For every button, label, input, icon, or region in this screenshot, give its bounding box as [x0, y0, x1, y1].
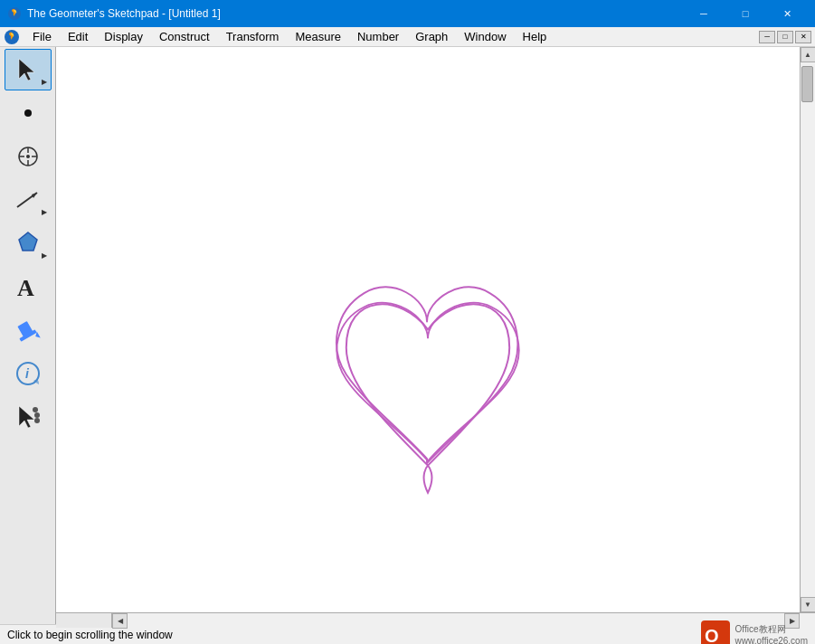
menu-graph[interactable]: Graph — [408, 27, 455, 47]
watermark-icon: O — [701, 620, 730, 645]
title-bar-left: The Geometer's Sketchpad - [Untitled 1] — [7, 6, 221, 21]
close-button[interactable]: ✕ — [766, 0, 808, 27]
menu-measure[interactable]: Measure — [288, 27, 348, 47]
compass-tool[interactable] — [5, 136, 52, 177]
text-icon: A — [14, 272, 43, 301]
scroll-up-button[interactable]: ▲ — [801, 47, 816, 62]
drawing-canvas[interactable] — [56, 47, 800, 612]
scroll-track-horizontal[interactable] — [128, 613, 784, 629]
watermark-text: Office教程网 www.office26.com — [735, 623, 808, 645]
select-sub-arrow: ▶ — [42, 78, 47, 86]
status-message: Click to begin scrolling the window — [7, 629, 173, 641]
info-tool[interactable]: i — [5, 353, 52, 394]
scroll-track-vertical[interactable] — [801, 62, 815, 597]
title-bar-title: The Geometer's Sketchpad - [Untitled 1] — [27, 7, 221, 20]
title-bar-controls: ─ □ ✕ — [683, 0, 808, 27]
toolbar: ▶ ▶ — [0, 47, 56, 624]
info-icon: i — [14, 359, 43, 388]
menu-close-btn[interactable]: ✕ — [795, 31, 811, 43]
svg-point-3 — [24, 109, 32, 117]
menu-window[interactable]: Window — [457, 27, 513, 47]
text-tool[interactable]: A — [5, 266, 52, 308]
watermark-line1: Office教程网 — [735, 623, 808, 635]
compass-icon — [14, 142, 43, 171]
polygon-icon — [14, 229, 43, 258]
svg-text:O: O — [705, 626, 719, 645]
svg-point-6 — [26, 155, 30, 158]
minimize-button[interactable]: ─ — [683, 0, 725, 27]
title-bar: The Geometer's Sketchpad - [Untitled 1] … — [0, 0, 815, 27]
line-sub-arrow: ▶ — [42, 208, 47, 216]
menu-construct[interactable]: Construct — [152, 27, 217, 47]
menu-minimize-btn[interactable]: ─ — [759, 31, 775, 43]
line-icon — [14, 185, 43, 214]
svg-point-20 — [33, 407, 38, 412]
svg-marker-2 — [19, 59, 34, 80]
menu-bar: File Edit Display Construct Transform Me… — [0, 27, 815, 47]
menu-display[interactable]: Display — [97, 27, 150, 47]
svg-marker-19 — [19, 406, 34, 428]
heart-canvas — [56, 47, 800, 612]
point-icon — [14, 99, 43, 128]
polygon-tool[interactable]: ▶ — [5, 223, 52, 264]
menu-help[interactable]: Help — [516, 27, 554, 47]
menu-app-icon — [4, 29, 20, 45]
main-container: ▶ ▶ — [0, 47, 815, 624]
scroll-down-button[interactable]: ▼ — [801, 597, 816, 612]
svg-marker-11 — [32, 193, 37, 198]
menu-edit[interactable]: Edit — [61, 27, 95, 47]
svg-text:A: A — [17, 275, 34, 301]
svg-text:i: i — [25, 366, 30, 381]
menu-restore-btn[interactable]: □ — [777, 31, 793, 43]
select-tool[interactable]: ▶ — [5, 49, 52, 90]
custom-icon — [14, 402, 43, 431]
vertical-scrollbar: ▲ ▼ — [800, 47, 815, 612]
line-tool[interactable]: ▶ — [5, 179, 52, 221]
menu-transform[interactable]: Transform — [219, 27, 287, 47]
menu-file[interactable]: File — [25, 27, 59, 47]
point-tool[interactable] — [5, 92, 52, 134]
scroll-left-button[interactable]: ◀ — [112, 613, 128, 629]
svg-marker-12 — [19, 232, 37, 251]
app-icon — [7, 6, 22, 21]
select-icon — [14, 55, 43, 84]
marker-tool[interactable] — [5, 309, 52, 351]
watermark-line2: www.office26.com — [735, 635, 808, 645]
maximize-button[interactable]: □ — [725, 0, 766, 27]
custom-tool[interactable] — [5, 396, 52, 438]
scroll-thumb-vertical[interactable] — [801, 66, 813, 102]
watermark: O Office教程网 www.office26.com — [701, 620, 808, 645]
svg-point-22 — [34, 418, 40, 423]
svg-point-21 — [34, 412, 40, 418]
marker-icon — [14, 316, 43, 345]
menu-number[interactable]: Number — [350, 27, 406, 47]
polygon-sub-arrow: ▶ — [42, 251, 47, 260]
